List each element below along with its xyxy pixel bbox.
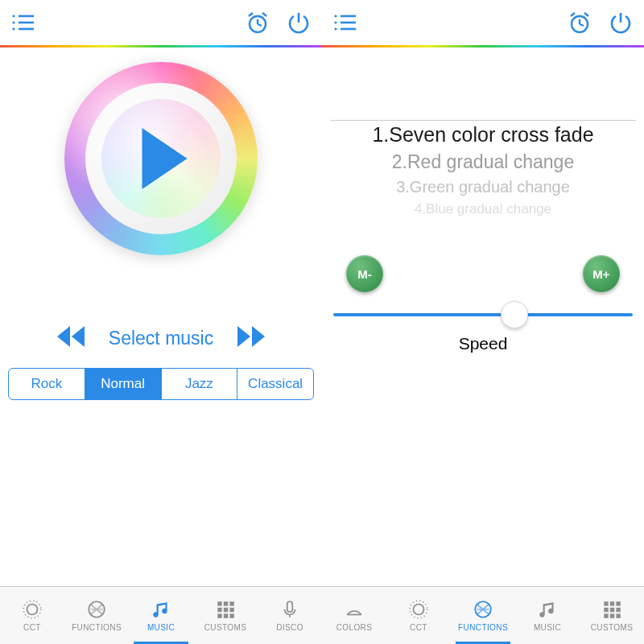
tab-music[interactable]: MUSIC <box>515 587 580 644</box>
music-pane: Select music Rock Normal Jazz Classical … <box>0 0 322 644</box>
eq-jazz[interactable]: Jazz <box>162 369 238 399</box>
slider-thumb[interactable] <box>501 301 528 328</box>
svg-rect-46 <box>616 601 620 605</box>
svg-point-29 <box>334 14 336 17</box>
svg-rect-48 <box>610 608 614 612</box>
m-plus-button[interactable]: M+ <box>583 255 620 292</box>
svg-rect-22 <box>217 608 221 612</box>
svg-rect-44 <box>604 601 608 605</box>
svg-rect-50 <box>604 613 608 617</box>
function-item[interactable]: 1.Seven color cross fade <box>322 121 644 149</box>
play-icon <box>142 128 187 189</box>
svg-rect-28 <box>287 601 293 612</box>
svg-point-0 <box>12 14 14 17</box>
m-minus-button[interactable]: M- <box>346 255 383 292</box>
svg-point-41 <box>414 605 424 615</box>
left-tab-bar: CCT FUNCTIONS MUSIC CUSTOMS DISCO <box>0 586 322 644</box>
svg-marker-13 <box>72 326 85 347</box>
functions-pane: 1.Seven color cross fade 2.Red gradual c… <box>322 0 644 644</box>
alarm-icon[interactable] <box>567 10 592 35</box>
tab-customs[interactable]: CUSTOMS <box>580 587 644 644</box>
svg-marker-12 <box>57 326 70 347</box>
svg-rect-20 <box>224 601 228 605</box>
menu-icon[interactable] <box>333 13 357 32</box>
tab-functions[interactable]: FUNCTIONS <box>451 587 515 644</box>
svg-rect-49 <box>616 608 620 612</box>
svg-rect-52 <box>616 613 620 617</box>
svg-point-42 <box>410 601 427 618</box>
menu-icon[interactable] <box>11 13 35 32</box>
next-track-button[interactable] <box>236 324 266 352</box>
function-item[interactable]: 2.Red gradual change <box>322 149 644 175</box>
svg-rect-21 <box>229 601 233 605</box>
eq-classical[interactable]: Classical <box>237 369 313 399</box>
svg-point-1 <box>12 21 14 23</box>
svg-line-39 <box>584 13 588 16</box>
power-icon[interactable] <box>609 10 633 35</box>
svg-point-31 <box>334 27 336 30</box>
top-bar <box>0 0 322 45</box>
svg-rect-27 <box>229 613 233 617</box>
tab-colors[interactable]: COLORS <box>322 587 386 644</box>
svg-point-17 <box>23 601 41 618</box>
function-picker[interactable]: 1.Seven color cross fade 2.Red gradual c… <box>322 120 644 220</box>
svg-marker-14 <box>237 326 250 347</box>
tab-disco[interactable]: DISCO <box>258 587 322 644</box>
speed-label: Speed <box>322 334 644 353</box>
select-music-label[interactable]: Select music <box>109 328 213 349</box>
tab-music[interactable]: MUSIC <box>129 587 193 644</box>
svg-rect-26 <box>224 613 228 617</box>
svg-line-38 <box>571 13 575 16</box>
function-item[interactable]: 4.Blue gradual change <box>322 199 644 220</box>
tab-cct[interactable]: CCT <box>386 587 451 644</box>
svg-point-16 <box>27 605 38 615</box>
play-button[interactable] <box>64 62 258 255</box>
svg-line-37 <box>580 24 584 26</box>
prev-track-button[interactable] <box>56 324 86 352</box>
svg-rect-47 <box>604 608 608 612</box>
tab-functions[interactable]: FUNCTIONS <box>64 587 129 644</box>
top-bar <box>322 0 644 45</box>
svg-rect-19 <box>217 601 221 605</box>
svg-line-9 <box>249 13 253 16</box>
tab-customs[interactable]: CUSTOMS <box>193 587 258 644</box>
eq-rock[interactable]: Rock <box>9 369 85 399</box>
alarm-icon[interactable] <box>245 10 270 35</box>
speed-slider[interactable] <box>322 313 644 316</box>
svg-rect-51 <box>610 613 614 617</box>
svg-rect-25 <box>217 613 221 617</box>
eq-normal[interactable]: Normal <box>85 369 162 399</box>
svg-marker-15 <box>252 326 265 347</box>
power-icon[interactable] <box>287 10 311 35</box>
right-tab-bar: COLORS CCT FUNCTIONS MUSIC CUSTOMS <box>322 586 644 644</box>
svg-point-2 <box>12 27 14 30</box>
svg-rect-45 <box>610 601 614 605</box>
svg-rect-24 <box>229 608 233 612</box>
svg-rect-23 <box>224 608 228 612</box>
svg-line-10 <box>262 13 266 16</box>
tab-cct[interactable]: CCT <box>0 587 64 644</box>
function-item[interactable]: 3.Green gradual change <box>322 175 644 199</box>
svg-line-8 <box>258 24 262 26</box>
svg-point-30 <box>334 21 336 23</box>
eq-segment-control: Rock Normal Jazz Classical <box>8 368 314 400</box>
